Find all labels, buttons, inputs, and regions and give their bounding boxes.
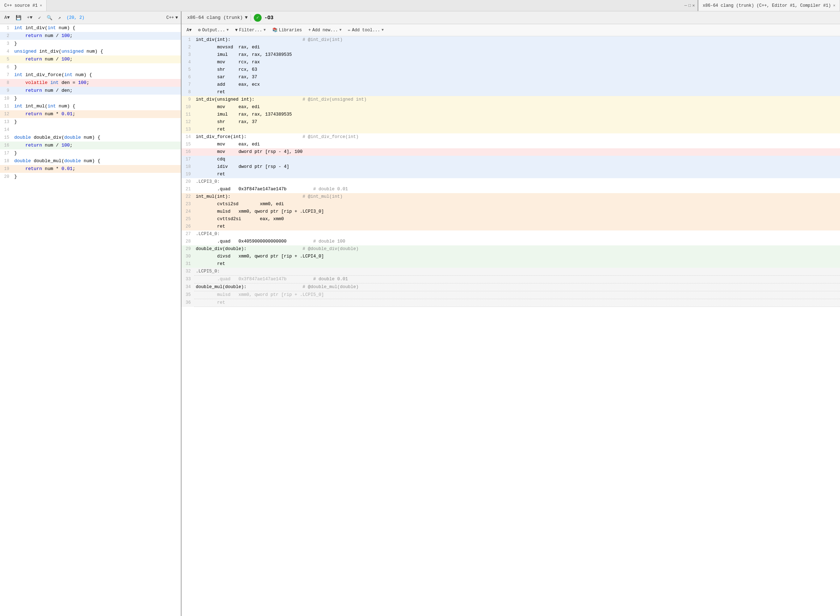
asm-line-number: 13 <box>181 126 194 133</box>
line-content: double double_div(double num) { <box>13 134 181 142</box>
minimize-btn[interactable]: — <box>684 3 687 8</box>
plus-icon: + <box>308 28 311 33</box>
asm-line-number: 16 <box>181 148 194 156</box>
add-btn[interactable]: +▼ <box>26 14 34 21</box>
asm-line-number: 8 <box>181 88 194 96</box>
asm-line-content: .LCPI4_0: <box>194 230 840 238</box>
asm-line-number: 34 <box>181 283 194 291</box>
code-line: 17} <box>0 150 181 157</box>
line-number: 9 <box>0 87 13 95</box>
save-btn[interactable]: 💾 <box>14 14 23 21</box>
compiler-dropdown-arrow: ▼ <box>245 15 248 20</box>
book-icon: 📚 <box>272 27 278 33</box>
asm-line-number: 14 <box>181 133 194 141</box>
asm-line: 25 cvttsd2si eax, xmm0 <box>181 216 840 223</box>
code-line: 15double double_div(double num) { <box>0 134 181 142</box>
add-tool-btn[interactable]: ✏ Add tool... ▼ <box>346 27 386 34</box>
asm-line-number: 25 <box>181 216 194 223</box>
asm-line-number: 23 <box>181 201 194 208</box>
output-label: Output... <box>202 28 225 33</box>
asm-line-number: 36 <box>181 299 194 307</box>
asm-line-number: 22 <box>181 193 194 201</box>
line-content: volatile int den = 100; <box>13 79 181 87</box>
line-content: int int_mul(int num) { <box>13 103 181 110</box>
font-size-btn[interactable]: A▼ <box>184 27 194 34</box>
left-tab[interactable]: C++ source #1 × <box>0 0 47 11</box>
code-line: 11int int_mul(int num) { <box>0 103 181 110</box>
asm-line-number: 6 <box>181 73 194 81</box>
asm-line-content: shr rax, 37 <box>194 119 840 126</box>
asm-line-number: 2 <box>181 44 194 51</box>
right-tab[interactable]: x86-64 clang (trunk) (C++, Editor #1, Co… <box>698 0 840 11</box>
filter-icon: ▼ <box>235 28 237 33</box>
left-tab-label: C++ source #1 <box>4 3 38 8</box>
libraries-btn[interactable]: 📚 Libraries <box>270 27 305 34</box>
asm-line: 20.LCPI3_0: <box>181 178 840 186</box>
asm-line-number: 20 <box>181 178 194 186</box>
output-dropdown-arrow: ▼ <box>227 28 228 32</box>
left-close-btn[interactable]: ✕ <box>692 3 695 8</box>
optimization-flag: -O3 <box>265 15 274 21</box>
line-content: } <box>13 150 181 157</box>
asm-line-content: mulsd xmm0, qword ptr [rip + .LCPI3_0] <box>194 208 840 216</box>
asm-line-number: 30 <box>181 253 194 260</box>
right-tab-close[interactable]: × <box>833 4 836 8</box>
add-tool-label: Add tool... <box>352 28 380 33</box>
asm-line-content: int_div_force(int): # @int_div_force(int… <box>194 133 840 141</box>
asm-line: 8 ret <box>181 88 840 96</box>
font-btn[interactable]: A▼ <box>3 14 12 21</box>
asm-line-content: cdq <box>194 156 840 163</box>
line-number: 10 <box>0 95 13 103</box>
left-tab-close[interactable]: × <box>40 4 43 8</box>
check-btn[interactable]: ✓ <box>37 14 43 21</box>
asm-line-number: 7 <box>181 81 194 88</box>
line-number: 11 <box>0 103 13 110</box>
asm-line-content: .quad 0x3f847ae147ae147b # double 0.01 <box>194 276 840 283</box>
asm-line: 23 cvtsi2sd xmm0, edi <box>181 201 840 208</box>
asm-line: 17 cdq <box>181 156 840 163</box>
line-content: double double_mul(double num) { <box>13 157 181 165</box>
restore-btn[interactable]: □ <box>688 3 691 8</box>
add-new-btn[interactable]: + Add new... ▼ <box>306 27 343 34</box>
asm-line: 26 ret <box>181 223 840 230</box>
asm-line-content: .quad 0x3f847ae147ae147b # double 0.01 <box>194 186 840 193</box>
asm-line-content: cvtsi2sd xmm0, edi <box>194 201 840 208</box>
line-number: 14 <box>0 126 13 134</box>
asm-line-content: divsd xmm0, qword ptr [rip + .LCPI4_0] <box>194 253 840 260</box>
asm-line-content: int_mul(int): # @int_mul(int) <box>194 193 840 201</box>
line-number: 18 <box>0 157 13 165</box>
check-icon: ✓ <box>256 15 259 20</box>
compiler-select[interactable]: x86-64 clang (trunk) ▼ <box>184 14 251 21</box>
asm-line-content: ret <box>194 223 840 230</box>
asm-line-content: int_div(unsigned int): # @int_div(unsign… <box>194 96 840 104</box>
asm-line: 19 ret <box>181 171 840 178</box>
asm-line-number: 21 <box>181 186 194 193</box>
asm-line-content: cvttsd2si eax, xmm0 <box>194 216 840 223</box>
search-btn[interactable]: 🔍 <box>45 14 54 21</box>
asm-line-number: 29 <box>181 245 194 253</box>
code-area[interactable]: 1int int_div(int num) {2 return num / 10… <box>0 24 181 616</box>
asm-line: 11 imul rax, rax, 1374389535 <box>181 111 840 119</box>
asm-line: 16 mov dword ptr [rsp - 4], 100 <box>181 148 840 156</box>
libraries-label: Libraries <box>279 28 302 33</box>
asm-area[interactable]: 1int_div(int): # @int_div(int)2 movsxd r… <box>181 36 840 616</box>
line-content: return num / 100; <box>13 142 181 150</box>
asm-line-content: double_mul(double): # @double_mul(double… <box>194 283 840 291</box>
line-number: 16 <box>0 142 13 150</box>
asm-line: 34double_mul(double): # @double_mul(doub… <box>181 283 840 291</box>
filter-btn[interactable]: ▼ Filter... ▼ <box>233 27 268 34</box>
share-btn[interactable]: ↗ <box>57 14 62 21</box>
asm-line: 7 add eax, ecx <box>181 81 840 88</box>
asm-line-content: shr rcx, 63 <box>194 66 840 73</box>
output-btn[interactable]: ⚙ Output... ▼ <box>196 27 231 34</box>
language-select[interactable]: C++ ▼ <box>166 15 178 20</box>
line-number: 4 <box>0 48 13 56</box>
code-line: 8 volatile int den = 100; <box>0 79 181 87</box>
code-line: 9 return num / den; <box>0 87 181 95</box>
asm-line-number: 10 <box>181 104 194 111</box>
left-panel: A▼ 💾 +▼ ✓ 🔍 ↗ (20, 2) C++ ▼ 1int int_div… <box>0 12 181 616</box>
asm-line-number: 1 <box>181 36 194 44</box>
asm-line-content: ret <box>194 260 840 268</box>
asm-line: 31 ret <box>181 260 840 268</box>
asm-line: 12 shr rax, 37 <box>181 119 840 126</box>
